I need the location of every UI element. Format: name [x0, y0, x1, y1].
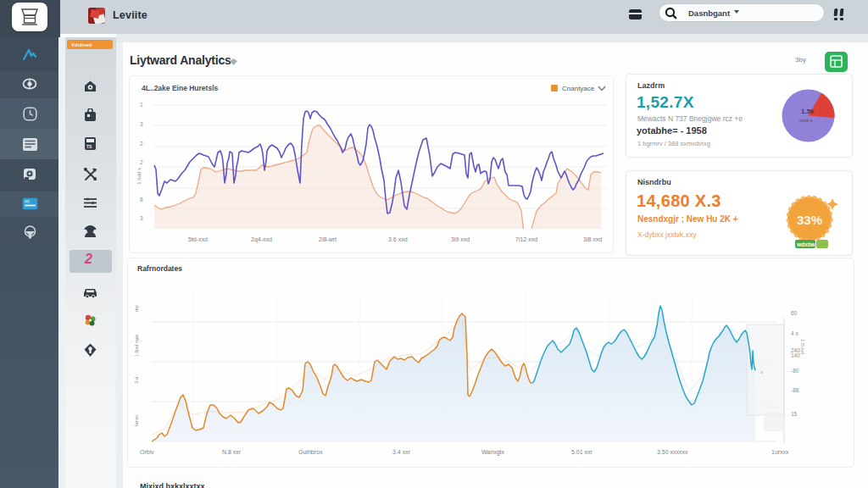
svg-text:33%: 33% — [797, 213, 822, 227]
svg-text:x: x — [760, 369, 763, 374]
svg-text:TS: TS — [86, 144, 92, 149]
svg-text:1.5k: 1.5k — [801, 108, 815, 115]
svg-text:xwd-x: xwd-x — [799, 118, 813, 123]
svg-text:wdxbw: wdxbw — [796, 241, 816, 247]
